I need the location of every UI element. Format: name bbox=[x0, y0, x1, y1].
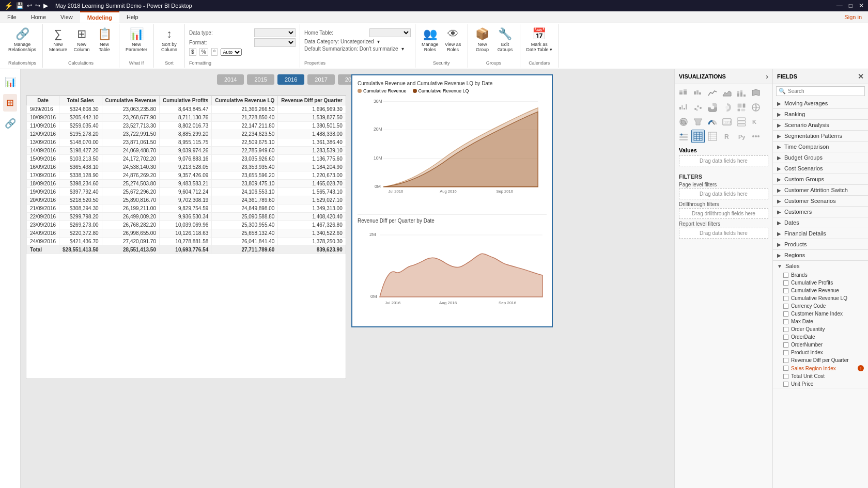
field-section-header-0[interactable]: ▶Moving Averages bbox=[773, 98, 868, 108]
viz-area[interactable] bbox=[720, 86, 734, 100]
field-section-header-12[interactable]: ▶Financial Details bbox=[773, 228, 868, 239]
view-as-roles-button[interactable]: 👁 View asRoles bbox=[443, 26, 463, 53]
field-section-header-2[interactable]: ▶Scenario Analysis bbox=[773, 120, 868, 130]
field-section-header-11[interactable]: ▶Dates bbox=[773, 217, 868, 228]
field-item-15-13[interactable]: Total Unit Cost bbox=[773, 372, 868, 380]
viz-panel-expand[interactable]: › bbox=[766, 72, 768, 81]
search-input[interactable] bbox=[788, 88, 862, 94]
field-section-header-3[interactable]: ▶Segmentation Patterns bbox=[773, 131, 868, 141]
field-item-15-8[interactable]: OrderDate bbox=[773, 333, 868, 341]
field-section-header-4[interactable]: ▶Time Comparison bbox=[773, 141, 868, 152]
tab-file[interactable]: File bbox=[0, 11, 24, 23]
field-item-15-1[interactable]: Cumulative Profits bbox=[773, 279, 868, 287]
minimize-button[interactable]: — bbox=[836, 2, 843, 9]
auto-select[interactable]: Auto bbox=[221, 49, 242, 56]
viz-ribbon[interactable] bbox=[749, 86, 763, 100]
summarization-dropdown[interactable]: ▾ bbox=[401, 46, 404, 52]
fields-search[interactable]: 🔍 bbox=[776, 86, 865, 96]
field-checkbox[interactable] bbox=[783, 366, 788, 371]
comma-btn[interactable]: ⁰ bbox=[211, 48, 218, 56]
data-category-dropdown[interactable]: ▾ bbox=[377, 39, 380, 44]
viz-stacked-bar[interactable] bbox=[677, 86, 690, 100]
field-section-header-10[interactable]: ▶Customers bbox=[773, 207, 868, 217]
field-item-15-3[interactable]: Cumulative Revenue LQ bbox=[773, 294, 868, 302]
field-checkbox[interactable] bbox=[783, 288, 788, 293]
tab-home[interactable]: Home bbox=[24, 11, 53, 23]
viz-gauge[interactable] bbox=[706, 115, 719, 129]
field-checkbox[interactable] bbox=[783, 350, 788, 355]
viz-funnel[interactable] bbox=[691, 115, 705, 129]
field-checkbox[interactable] bbox=[783, 304, 788, 309]
new-table-button[interactable]: 📋 NewTable bbox=[94, 26, 115, 53]
maximize-button[interactable]: □ bbox=[849, 2, 853, 9]
field-section-header-1[interactable]: ▶Ranking bbox=[773, 109, 868, 119]
field-checkbox[interactable] bbox=[783, 296, 788, 301]
field-checkbox[interactable] bbox=[783, 374, 788, 379]
field-checkbox[interactable] bbox=[783, 280, 788, 286]
home-table-select[interactable] bbox=[369, 28, 411, 37]
quick-undo[interactable]: ↩ bbox=[27, 2, 32, 9]
viz-kpi[interactable]: K bbox=[749, 115, 763, 129]
viz-stacked-col[interactable] bbox=[735, 86, 748, 100]
format-select[interactable] bbox=[254, 38, 296, 47]
year-2014-button[interactable]: 2014 bbox=[217, 74, 244, 85]
field-section-header-8[interactable]: ▶Customer Attrition Switch bbox=[773, 185, 868, 195]
new-parameter-button[interactable]: 📊 NewParameter bbox=[123, 26, 149, 53]
field-item-15-6[interactable]: Max Date bbox=[773, 318, 868, 325]
viz-multirow-card[interactable] bbox=[735, 115, 748, 129]
year-2016-button[interactable]: 2016 bbox=[277, 74, 304, 85]
field-item-15-10[interactable]: Product Index bbox=[773, 349, 868, 356]
field-checkbox[interactable] bbox=[783, 319, 788, 324]
viz-slicer[interactable] bbox=[677, 130, 690, 143]
field-section-header-6[interactable]: ▶Cost Scenarios bbox=[773, 163, 868, 174]
viz-python[interactable]: Py bbox=[735, 130, 748, 143]
field-checkbox[interactable] bbox=[783, 311, 788, 317]
viz-table[interactable] bbox=[691, 130, 705, 143]
nav-report[interactable]: 📊 bbox=[2, 73, 19, 91]
new-measure-button[interactable]: ∑ NewMeasure bbox=[47, 26, 69, 53]
year-2017-button[interactable]: 2017 bbox=[307, 74, 334, 85]
new-column-button[interactable]: ⊞ NewColumn bbox=[71, 26, 92, 53]
close-button[interactable]: ✕ bbox=[859, 2, 864, 9]
viz-line[interactable] bbox=[706, 86, 719, 100]
sort-by-column-button[interactable]: ↕ Sort byColumn bbox=[159, 26, 180, 53]
quick-redo[interactable]: ↪ bbox=[35, 2, 40, 9]
new-group-button[interactable]: 📦 NewGroup bbox=[472, 26, 493, 53]
field-item-15-0[interactable]: Brands bbox=[773, 271, 868, 279]
quick-run[interactable]: ▶ bbox=[43, 2, 48, 9]
fields-panel-expand[interactable]: ✕ bbox=[858, 72, 864, 81]
viz-donut[interactable] bbox=[720, 101, 734, 114]
field-checkbox[interactable] bbox=[783, 335, 788, 340]
quick-save[interactable]: 💾 bbox=[16, 2, 24, 9]
field-checkbox[interactable] bbox=[783, 273, 788, 278]
tab-help[interactable]: Help bbox=[119, 11, 146, 23]
year-2015-button[interactable]: 2015 bbox=[247, 74, 274, 85]
field-checkbox[interactable] bbox=[783, 358, 788, 363]
manage-roles-button[interactable]: 👥 ManageRoles bbox=[420, 26, 441, 53]
field-item-15-2[interactable]: Cumulative Revenue bbox=[773, 287, 868, 294]
field-item-15-7[interactable]: Order Quantity bbox=[773, 325, 868, 333]
field-item-15-9[interactable]: OrderNumber bbox=[773, 341, 868, 349]
field-item-15-4[interactable]: Currency Code bbox=[773, 302, 868, 310]
edit-groups-button[interactable]: 🔧 EditGroups bbox=[495, 26, 516, 53]
viz-r-visual[interactable]: R bbox=[720, 130, 734, 143]
viz-filled-map[interactable] bbox=[677, 115, 690, 129]
field-section-header-5[interactable]: ▶Budget Groups bbox=[773, 152, 868, 163]
viz-pie[interactable] bbox=[706, 101, 719, 114]
field-item-15-14[interactable]: Unit Price bbox=[773, 380, 868, 388]
field-item-15-5[interactable]: Customer Name Index bbox=[773, 310, 868, 318]
viz-matrix[interactable] bbox=[706, 130, 719, 143]
sign-in-link[interactable]: Sign in bbox=[838, 12, 868, 22]
viz-scatter[interactable] bbox=[691, 101, 705, 114]
field-item-15-12[interactable]: Sales Region Index! bbox=[773, 364, 868, 372]
field-section-header-9[interactable]: ▶Customer Scenarios bbox=[773, 196, 868, 206]
nav-model[interactable]: 🔗 bbox=[2, 115, 19, 132]
field-checkbox[interactable] bbox=[783, 382, 788, 387]
field-section-header-14[interactable]: ▶Regions bbox=[773, 250, 868, 260]
tab-modeling[interactable]: Modeling bbox=[80, 11, 119, 23]
mark-date-table-button[interactable]: 📅 Mark asDate Table ▾ bbox=[524, 26, 554, 53]
field-item-15-11[interactable]: Revenue Diff per Quarter bbox=[773, 356, 868, 364]
viz-waterfall[interactable] bbox=[677, 101, 690, 114]
viz-card[interactable]: 123 bbox=[720, 115, 734, 129]
dollar-btn[interactable]: $ bbox=[189, 48, 196, 56]
